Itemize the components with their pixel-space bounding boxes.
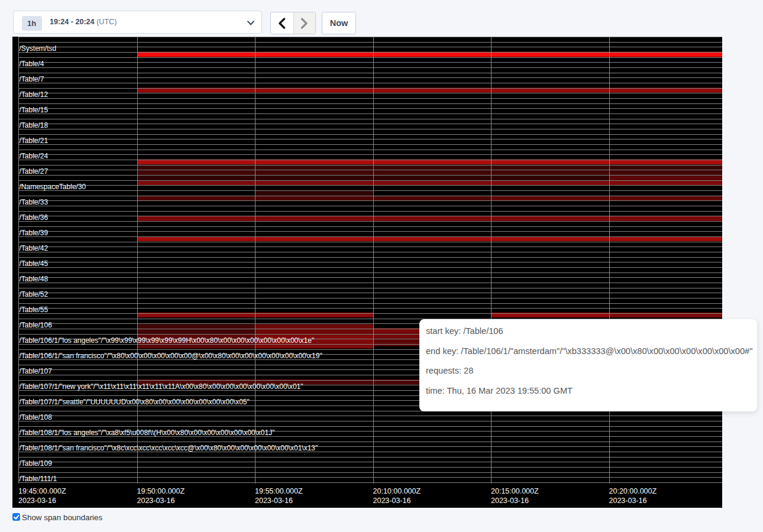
svg-text:20:10:00.000Z: 20:10:00.000Z bbox=[373, 487, 421, 495]
svg-text:/Table/12: /Table/12 bbox=[20, 90, 49, 99]
svg-text:/Table/24: /Table/24 bbox=[20, 152, 49, 160]
svg-text:/Table/7: /Table/7 bbox=[20, 75, 44, 83]
svg-text:/Table/111/1: /Table/111/1 bbox=[20, 475, 57, 483]
svg-text:/Table/21: /Table/21 bbox=[20, 137, 49, 145]
svg-text:/Table/45: /Table/45 bbox=[20, 259, 49, 268]
svg-text:/Table/36: /Table/36 bbox=[20, 213, 49, 222]
svg-text:/Table/107/1/"new york"/"\x11\: /Table/107/1/"new york"/"\x11\x11\x11\x1… bbox=[20, 382, 303, 391]
svg-text:19:45:00.000Z: 19:45:00.000Z bbox=[18, 487, 66, 495]
svg-text:2023-03-16: 2023-03-16 bbox=[137, 497, 175, 505]
svg-text:19:55:00.000Z: 19:55:00.000Z bbox=[255, 487, 303, 495]
svg-text:/Table/52: /Table/52 bbox=[20, 290, 49, 299]
svg-text:/Table/27: /Table/27 bbox=[20, 167, 49, 176]
svg-text:/Table/4: /Table/4 bbox=[20, 60, 44, 68]
svg-text:/Table/106: /Table/106 bbox=[20, 321, 53, 329]
svg-text:2023-03-16: 2023-03-16 bbox=[18, 497, 56, 505]
svg-text:/Table/18: /Table/18 bbox=[20, 121, 49, 129]
svg-text:/Table/108: /Table/108 bbox=[20, 413, 53, 421]
svg-text:/Table/108/1/"los angeles"/"\x: /Table/108/1/"los angeles"/"\xa8\xf5\u00… bbox=[20, 429, 275, 437]
svg-text:/NamespaceTable/30: /NamespaceTable/30 bbox=[20, 183, 86, 191]
svg-text:/Table/39: /Table/39 bbox=[20, 229, 49, 237]
svg-text:/Table/108/1/"san francisco"/": /Table/108/1/"san francisco"/"\x8c\xcc\x… bbox=[20, 444, 318, 452]
svg-text:/Table/106/1/"los angeles"/"\x: /Table/106/1/"los angeles"/"\x99\x99\x99… bbox=[20, 336, 315, 345]
svg-text:19:50:00.000Z: 19:50:00.000Z bbox=[137, 487, 185, 495]
svg-text:2023-03-16: 2023-03-16 bbox=[491, 497, 529, 505]
svg-text:2023-03-16: 2023-03-16 bbox=[255, 497, 293, 505]
svg-text:2023-03-16: 2023-03-16 bbox=[609, 497, 647, 505]
svg-text:20:20:00.000Z: 20:20:00.000Z bbox=[609, 487, 657, 495]
svg-text:/Table/42: /Table/42 bbox=[20, 244, 49, 252]
svg-text:/Table/107/1/"seattle"/"UUUUUU: /Table/107/1/"seattle"/"UUUUUUD\x00\x80\… bbox=[20, 398, 250, 406]
svg-text:/Table/33: /Table/33 bbox=[20, 198, 49, 206]
svg-text:/Table/107: /Table/107 bbox=[20, 367, 53, 375]
svg-text:20:15:00.000Z: 20:15:00.000Z bbox=[491, 487, 539, 495]
svg-text:/Table/15: /Table/15 bbox=[20, 106, 49, 114]
svg-text:/Table/106/1/"san francisco"/": /Table/106/1/"san francisco"/"\x80\x00\x… bbox=[20, 352, 322, 360]
svg-text:2023-03-16: 2023-03-16 bbox=[373, 497, 411, 505]
svg-text:/Table/109: /Table/109 bbox=[20, 459, 53, 468]
svg-text:/Table/55: /Table/55 bbox=[20, 306, 49, 314]
svg-text:/Table/48: /Table/48 bbox=[20, 275, 49, 283]
svg-text:/System/tsd: /System/tsd bbox=[20, 44, 57, 53]
